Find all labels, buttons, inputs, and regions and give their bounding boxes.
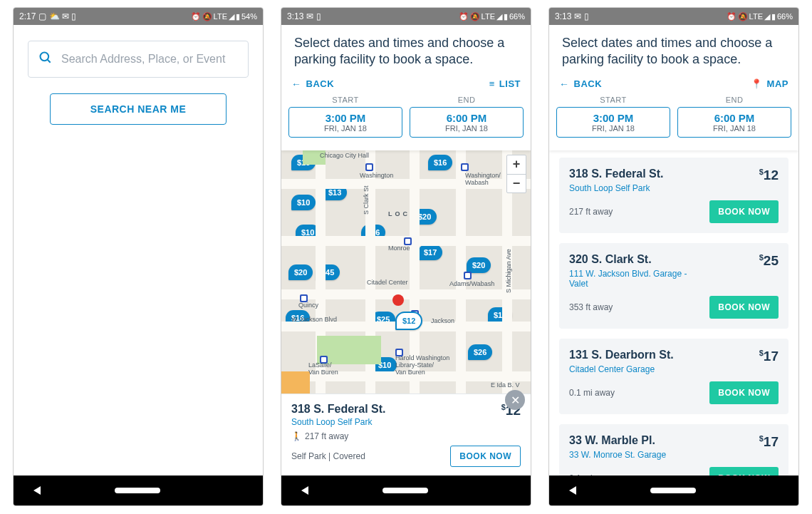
alarm-icon: ⏰ [727,12,736,21]
status-bar: 2:17▢ ⛅ ✉ ▯ ⏰🔕LTE◢▮54% [14,8,263,25]
map-label: Quincy [298,302,318,309]
view-toggle-list-button[interactable]: ≡LIST [489,78,521,89]
back-nav-icon[interactable] [569,486,576,495]
map-screen: 3:13✉ ▯ ⏰🔕LTE◢▮66% Select dates and time… [281,7,531,506]
price-pin[interactable]: $20 [288,264,313,280]
alarm-icon: ⏰ [459,12,469,21]
map-label: W Jackson Blvd [291,316,337,323]
battery-pct: 54% [241,12,257,21]
price-pin[interactable]: $20 [467,257,491,273]
start-label: START [556,96,670,104]
android-navbar [14,476,263,505]
book-now-button[interactable]: BOOK NOW [709,381,779,404]
start-datetime-button[interactable]: 3:00 PM FRI, JAN 18 [556,107,670,138]
list-price: $17 [759,434,779,450]
arrow-left-icon: ← [291,78,302,90]
signal-icon: ◢ [229,12,234,21]
map-view[interactable]: $9$13$9$26$10$14$11$25$16$20$45$20$17$26… [281,150,531,476]
list-distance: 0.1 mi away [569,473,615,476]
home-nav-icon[interactable] [115,488,160,493]
destination-marker [392,294,404,306]
end-datetime-button[interactable]: 6:00 PM FRI, JAN 18 [410,107,524,138]
status-icons: ✉ ▯ [306,11,321,21]
book-now-button[interactable]: BOOK NOW [709,467,779,476]
alarm-icon: ⏰ [191,12,201,21]
list-price: $17 [759,349,779,364]
status-time: 2:17 [19,11,36,21]
list-item[interactable]: 318 S. Federal St. South Loop Self Park … [559,158,788,233]
end-datetime-button[interactable]: 6:00 PM FRI, JAN 18 [677,107,791,138]
map-label: E Ida B. V [491,381,520,389]
search-input[interactable]: Search Address, Place, or Event [28,41,249,78]
back-button[interactable]: ←BACK [291,78,334,90]
battery-icon: ▮ [504,12,508,21]
list-distance: 0.1 mi away [569,388,615,398]
search-screen: 2:17▢ ⛅ ✉ ▯ ⏰🔕LTE◢▮54% Search Address, P… [13,7,264,506]
list-item[interactable]: 320 S. Clark St. 111 W. Jackson Blvd. Ga… [559,243,788,329]
home-nav-icon[interactable] [382,488,428,493]
home-nav-icon[interactable] [650,488,696,493]
map-label: Washington [360,172,393,179]
list-item[interactable]: 33 W. Marble Pl. 33 W. Monroe St. Garage… [559,424,788,476]
list-item[interactable]: 131 S. Dearborn St. Citadel Center Garag… [559,339,788,414]
map-label: S Michigan Ave [505,249,512,293]
price-pin[interactable]: $10 [291,195,316,210]
results-list[interactable]: 318 S. Federal St. South Loop Self Park … [549,150,798,476]
zoom-out-button[interactable]: − [507,174,526,192]
view-toggle-map-button[interactable]: 📍MAP [751,78,788,89]
list-address: 33 W. Marble Pl. [569,434,666,447]
page-header: Select dates and times and choose a park… [281,25,531,76]
pin-icon: 📍 [751,78,763,89]
book-now-button[interactable]: BOOK NOW [450,446,521,467]
zoom-in-button[interactable]: + [507,155,526,174]
status-icons: ▢ ⛅ ✉ ▯ [38,11,76,21]
book-now-button[interactable]: BOOK NOW [709,200,779,223]
android-navbar [281,476,531,505]
price-pin[interactable]: $17 [418,245,442,260]
status-time: 3:13 [287,11,303,21]
card-garage: South Loop Self Park [291,417,386,427]
map-label: LaSalle/ Van Buren [308,361,338,376]
battery-pct: 66% [509,12,525,21]
card-distance: 🚶217 ft away [291,431,386,441]
list-address: 318 S. Federal St. [569,168,664,180]
map-label: S Clark St [363,185,370,215]
signal-icon: ◢ [496,12,502,21]
price-pin[interactable]: $26 [468,344,492,360]
status-icons: ✉ ▯ [574,11,588,21]
end-label: END [410,96,524,104]
battery-icon: ▮ [771,12,776,21]
page-header: Select dates and times and choose a park… [549,25,798,76]
list-garage: 111 W. Jackson Blvd. Garage - Valet [569,269,697,289]
list-garage: South Loop Self Park [569,183,664,193]
price-pin[interactable]: $16 [428,155,452,170]
card-address: 318 S. Federal St. [291,403,386,416]
status-time: 3:13 [555,11,571,21]
map-label: LOC [388,210,410,217]
back-nav-icon[interactable] [33,486,41,495]
list-garage: 33 W. Monroe St. Garage [569,450,666,460]
back-nav-icon[interactable] [301,486,308,495]
list-screen: 3:13✉ ▯ ⏰🔕LTE◢▮66% Select dates and time… [548,7,799,506]
price-pin-selected[interactable]: $12 [395,312,422,330]
list-distance: 353 ft away [569,302,613,312]
android-navbar [549,476,798,505]
book-now-button[interactable]: BOOK NOW [709,296,779,319]
status-bar: 3:13✉ ▯ ⏰🔕LTE◢▮66% [281,8,531,25]
map-label: Adams/Wabash [449,280,494,287]
search-near-me-button[interactable]: SEARCH NEAR ME [50,93,227,125]
mute-icon: 🔕 [202,12,212,21]
map-label: Jackson [431,317,454,324]
selected-spot-card[interactable]: 318 S. Federal St. South Loop Self Park … [281,394,531,476]
signal-icon: ◢ [764,12,770,21]
start-datetime-button[interactable]: 3:00 PM FRI, JAN 18 [288,107,402,138]
zoom-control: + − [506,155,526,193]
back-button[interactable]: ←BACK [559,78,602,90]
svg-line-1 [48,60,51,63]
network-label: LTE [482,12,495,21]
close-card-button[interactable]: ✕ [505,390,525,410]
list-price: $25 [759,253,779,269]
list-address: 131 S. Dearborn St. [569,349,674,361]
list-price: $12 [759,168,779,183]
map-label: Chicago City Hall [320,152,369,159]
